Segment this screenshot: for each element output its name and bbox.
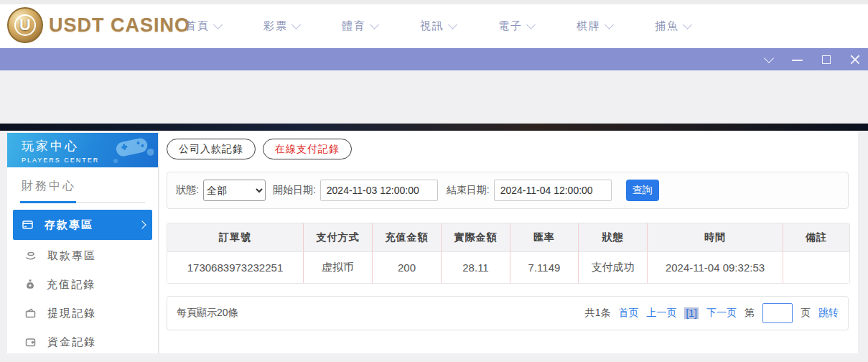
sidebar-item-withdraw-zone[interactable]: 取款專區 xyxy=(7,241,158,270)
minimize-icon[interactable] xyxy=(792,54,803,65)
sidebar-item-withdrawal-records[interactable]: 提現記錄 xyxy=(7,299,158,328)
nav-item-sports[interactable]: 體育 xyxy=(342,19,378,33)
start-date-label: 開始日期: xyxy=(273,184,316,197)
sidebar-item-label: 提現記錄 xyxy=(47,307,96,320)
chevron-down-icon xyxy=(683,20,692,29)
start-date-input[interactable] xyxy=(320,180,438,201)
section-underline xyxy=(20,202,145,203)
sidebar-section-title: 財務中心 xyxy=(22,179,158,194)
chevron-down-icon xyxy=(448,20,457,29)
sidebar-item-label: 資金記錄 xyxy=(47,335,96,349)
table-header-row: 訂單號 支付方式 充值金額 實際金額 匯率 狀態 時間 備註 xyxy=(167,223,849,252)
record-tabs: 公司入款記錄 在線支付記錄 xyxy=(167,139,851,159)
content-area: 玩家中心 PLAYERS CENTER 財務中心 xyxy=(0,131,868,353)
sidebar-menu: 存款專區 取款專區 充值記錄 提現記錄 xyxy=(7,210,158,356)
spacer-band xyxy=(0,70,868,124)
logo-ball-icon: U xyxy=(7,7,43,43)
end-date-input[interactable] xyxy=(494,180,612,201)
column-header-time: 時間 xyxy=(648,223,783,252)
cell-time: 2024-11-04 09:32:53 xyxy=(648,252,783,283)
player-center-sidebar: 玩家中心 PLAYERS CENTER 財務中心 xyxy=(7,133,159,353)
window-title-bar xyxy=(0,48,868,70)
search-button[interactable]: 查詢 xyxy=(626,180,659,201)
current-page-indicator: [1] xyxy=(684,307,699,319)
next-page-link[interactable]: 下一页 xyxy=(706,307,737,320)
column-header-pay-method: 支付方式 xyxy=(304,223,373,252)
goto-page-input[interactable] xyxy=(762,303,793,323)
top-navbar: U USDT CASINO 首頁 彩票 體育 視訊 電子 棋牌 捕魚 xyxy=(0,4,868,49)
table-row: 1730683973232251 虚拟币 200 28.11 7.1149 支付… xyxy=(167,252,849,283)
chevron-down-icon xyxy=(526,20,536,29)
cell-remark xyxy=(783,252,849,283)
page-size-text: 每頁顯示20條 xyxy=(177,307,238,320)
brand-name: USDT CASINO xyxy=(49,14,190,37)
chevron-down-icon xyxy=(291,20,301,29)
goto-jump-link[interactable]: 跳转 xyxy=(818,307,839,320)
chevron-down-icon xyxy=(213,20,223,29)
sidebar-item-recharge-records[interactable]: 充值記錄 xyxy=(7,270,158,299)
pagination-controls: 共1条 首页 上一页 [1] 下一页 第 页 跳转 xyxy=(585,303,839,323)
brand-logo[interactable]: U USDT CASINO xyxy=(7,7,190,43)
close-icon[interactable] xyxy=(849,54,861,65)
main-nav: 首頁 彩票 體育 視訊 電子 棋牌 捕魚 xyxy=(185,4,691,48)
column-header-order-no: 訂單號 xyxy=(167,223,304,252)
collapse-chevron-icon[interactable] xyxy=(763,54,775,65)
cell-pay-method: 虚拟币 xyxy=(304,252,373,283)
orders-table: 訂單號 支付方式 充值金額 實際金額 匯率 狀態 時間 備註 173068397… xyxy=(167,223,850,284)
sidebar-item-label: 充值記錄 xyxy=(47,278,95,292)
tab-company-deposit-records[interactable]: 公司入款記錄 xyxy=(167,139,256,159)
pagination-bar: 每頁顯示20條 共1条 首页 上一页 [1] 下一页 第 页 跳转 xyxy=(167,296,849,330)
sidebar-item-label: 取款專區 xyxy=(47,249,96,263)
tab-online-payment-records[interactable]: 在線支付記錄 xyxy=(263,139,352,159)
chevron-right-icon xyxy=(138,221,146,228)
wallet-out-icon xyxy=(24,307,37,319)
deposit-card-icon xyxy=(22,219,34,231)
nav-item-home[interactable]: 首頁 xyxy=(185,19,221,33)
goto-suffix-label: 页 xyxy=(801,307,811,320)
column-header-rate: 匯率 xyxy=(510,223,579,252)
withdraw-hand-icon xyxy=(24,250,37,261)
column-header-remark: 備註 xyxy=(783,223,849,252)
records-panel: 公司入款記錄 在線支付記錄 狀態: 全部 開始日期: 結束日期: 查詢 訂單號 … xyxy=(159,131,858,353)
goto-prefix-label: 第 xyxy=(745,307,755,320)
funds-purse-icon xyxy=(24,336,37,348)
gamepad-icon xyxy=(109,134,155,163)
sidebar-header: 玩家中心 PLAYERS CENTER xyxy=(7,133,158,167)
cell-status: 支付成功 xyxy=(579,252,648,283)
chevron-down-icon xyxy=(605,20,614,29)
nav-item-chess[interactable]: 棋牌 xyxy=(577,19,612,33)
nav-item-live-video[interactable]: 視訊 xyxy=(420,19,456,33)
column-header-status: 狀態 xyxy=(579,223,648,252)
prev-page-link[interactable]: 上一页 xyxy=(646,307,676,320)
cell-order-no: 1730683973232251 xyxy=(167,252,304,283)
first-page-link[interactable]: 首页 xyxy=(618,307,638,320)
window-controls xyxy=(763,48,861,70)
end-date-label: 結束日期: xyxy=(447,184,490,197)
status-select[interactable]: 全部 xyxy=(203,180,266,201)
column-header-actual-amount: 實際金額 xyxy=(442,223,510,252)
total-count-text: 共1条 xyxy=(585,307,611,320)
sidebar-item-funds-records[interactable]: 資金記錄 xyxy=(7,328,158,356)
nav-item-lottery[interactable]: 彩票 xyxy=(263,19,299,33)
column-header-recharge-amount: 充值金額 xyxy=(373,223,442,252)
sidebar-item-label: 存款專區 xyxy=(45,218,93,232)
money-bag-icon xyxy=(24,279,36,290)
filter-bar: 狀態: 全部 開始日期: 結束日期: 查詢 xyxy=(167,172,849,209)
logo-letter: U xyxy=(14,14,36,36)
cell-actual-amount: 28.11 xyxy=(442,252,510,283)
dark-divider-band xyxy=(0,124,868,131)
nav-item-fishing[interactable]: 捕魚 xyxy=(655,19,691,33)
cell-recharge-amount: 200 xyxy=(373,252,442,283)
sidebar-item-deposit-zone[interactable]: 存款專區 xyxy=(13,210,152,240)
chevron-down-icon xyxy=(370,20,379,29)
nav-item-slots[interactable]: 電子 xyxy=(498,19,534,33)
maximize-icon[interactable] xyxy=(821,54,832,65)
status-label: 狀態: xyxy=(176,184,199,197)
cell-rate: 7.1149 xyxy=(510,252,579,283)
